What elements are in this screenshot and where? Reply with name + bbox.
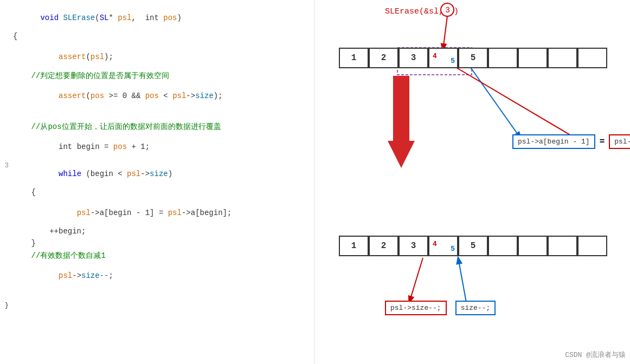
assign-labels: psl->a[begin - 1] = psl->a[begin];: [512, 134, 630, 149]
watermark: CSDN @流浪者与猿: [565, 350, 626, 360]
bottom-cell-1: 2: [369, 236, 398, 256]
keyword-void: void: [40, 14, 63, 22]
assign-right-label: psl->a[begin];: [609, 134, 630, 149]
top-cell-5: [488, 48, 518, 68]
code-line-9: {: [0, 187, 314, 199]
bottom-cell-8: [577, 236, 607, 256]
size-left-label: psl->size--;: [385, 301, 447, 315]
svg-text:): ): [454, 7, 459, 16]
top-cell-4: 5: [458, 48, 488, 68]
code-line-12: }: [0, 238, 314, 250]
code-line-while: 3 while (begin < psl->size): [0, 160, 314, 187]
top-cell-3: 4 5: [428, 48, 458, 68]
top-cell-6: [518, 48, 548, 68]
code-line-4: //判定想要删除的位置是否属于有效空间: [0, 70, 314, 82]
top-array: 1 2 3 4 5 5: [339, 48, 607, 68]
bottom-cell-0: 1: [339, 236, 369, 256]
code-line-16: }: [0, 301, 314, 313]
code-line-5: assert(pos >= 0 && pos < psl->size);: [0, 82, 314, 109]
code-line-13: //有效数据个数自减1: [0, 250, 314, 262]
code-line-14: psl->size--;: [0, 262, 314, 289]
bottom-cell-4: 5: [458, 236, 488, 256]
bottom-cell-7: [548, 236, 577, 256]
code-line-6: [0, 109, 314, 121]
diagram-panel: SLErase(&sl, 3 ): [314, 0, 630, 364]
circle-3: [441, 3, 454, 16]
gutter-3: 3: [0, 162, 11, 170]
code-line-3: assert(psl);: [0, 43, 314, 70]
bottom-cell-6: [518, 236, 548, 256]
code-line-8: int begin = pos + 1;: [0, 133, 314, 160]
fn-name: SLErase: [63, 14, 95, 22]
code-line-11: ++begin;: [0, 226, 314, 238]
code-panel: void SLErase(SL* psl, int pos) { assert(…: [0, 0, 314, 364]
assign-left-label: psl->a[begin - 1]: [512, 134, 595, 149]
top-cell-8: [577, 48, 607, 68]
top-cell-2: 3: [398, 48, 428, 68]
bottom-cell-2: 3: [398, 236, 428, 256]
bottom-cell-5: [488, 236, 518, 256]
top-cell-1: 2: [369, 48, 398, 68]
top-cell-0: 1: [339, 48, 369, 68]
code-line-7: //从pos位置开始，让后面的数据对前面的数据进行覆盖: [0, 121, 314, 133]
call-arrow: [443, 16, 447, 50]
bottom-array: 1 2 3 4 5 5: [339, 236, 607, 256]
arrow-begin: [445, 61, 580, 141]
bottom-cell-3: 4 5: [428, 236, 458, 256]
call-label: SLErase(&sl,: [385, 7, 443, 16]
code-line-1: void SLErase(SL* psl, int pos): [0, 4, 314, 31]
line-content: void SLErase(SL* psl, int pos): [11, 5, 314, 31]
keyword-while: while: [59, 170, 81, 178]
code-line-2: {: [0, 31, 314, 43]
bottom-array-cells: 1 2 3 4 5 5: [339, 236, 607, 256]
arrow-size-right: [458, 258, 466, 302]
size-right-label: size--;: [455, 301, 496, 315]
code-line-10: psl->a[begin - 1] = psl->a[begin];: [0, 199, 314, 226]
loop-arrow-shape: [388, 76, 415, 168]
arrow-size-left: [409, 258, 423, 302]
top-cell-7: [548, 48, 577, 68]
top-array-cells: 1 2 3 4 5 5: [339, 48, 607, 68]
svg-text:3: 3: [445, 6, 450, 15]
size-labels: psl->size--; size--;: [385, 301, 496, 315]
code-line-15: [0, 289, 314, 301]
